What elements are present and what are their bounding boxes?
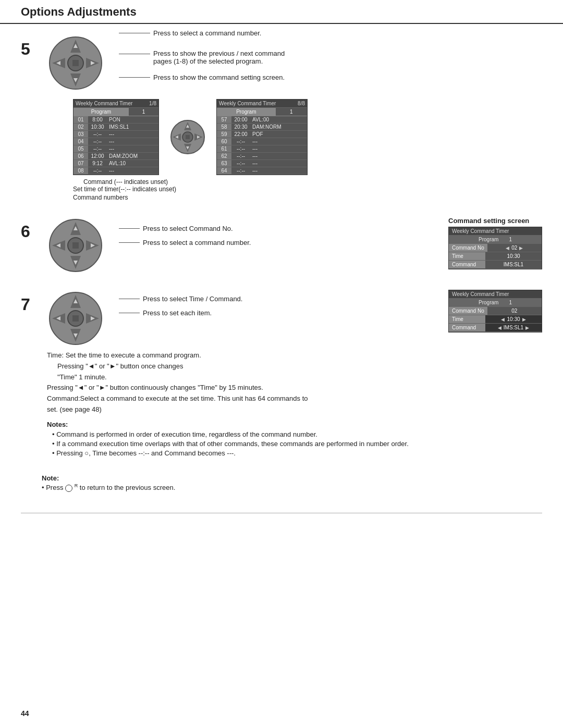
page-header: Options Adjustments <box>0 0 563 24</box>
annotation-line-connector-2 <box>119 54 150 54</box>
section6-annotations: Press to select Command No. Press to sel… <box>119 217 251 246</box>
cmd-program-row-7: Program 1 <box>449 299 542 307</box>
bottom-label-1: Command (--- indicates unset) <box>83 178 542 186</box>
section7-text-block: Time: Set the time to execute a command … <box>47 350 433 415</box>
section-7-number: 7 <box>21 295 42 459</box>
wct-title-bar-2: Weekly Command Timer 8/8 <box>217 100 307 108</box>
section-7-body: Press to select Time / Command. Press to… <box>47 290 542 459</box>
section7-left: Press to select Time / Command. Press to… <box>47 290 433 459</box>
cmd-program-row-6: Program 1 <box>449 236 542 244</box>
section7-top: Press to select Time / Command. Press to… <box>47 290 433 347</box>
annotation-text-2: Press to show the previous / next comman… <box>153 50 285 65</box>
note-return-text: to return to the previous screen. <box>80 484 176 491</box>
cmd-title-bar-6: Weekly Command Timer <box>449 227 542 236</box>
section-5-body: Press to select a command number. Press … <box>47 34 542 201</box>
wct-header-2: Program 1 <box>217 108 307 116</box>
section6-left: Press to select Command No. Press to sel… <box>47 217 438 274</box>
cmd-title-bar-7: Weekly Command Timer <box>449 290 542 299</box>
cmd-row-time: Time 10:30 <box>449 252 542 261</box>
wct-header-1: Program 1 <box>74 108 158 116</box>
notes-list: Command is performed in order of executi… <box>47 430 433 457</box>
text1: Time: Set the time to execute a command … <box>47 350 433 361</box>
bottom-label-2: Set time of timer(--:-- indicates unset) <box>73 186 542 193</box>
section-5-number: 5 <box>21 40 42 201</box>
section-6: 6 <box>21 217 542 274</box>
section7-screen-area: Weekly Command Timer Program 1 Command N… <box>448 290 542 332</box>
table-row: 62--:----- <box>217 153 307 160</box>
list-item: Command is performed in order of executi… <box>52 430 433 438</box>
table-row: 079:12AVL:10 <box>74 160 158 167</box>
program-num-2: 1 <box>276 108 307 116</box>
cmd-setting-label: Command setting screen <box>448 217 542 225</box>
svg-rect-6 <box>72 60 79 66</box>
annotation-line-connector-3 <box>119 77 150 78</box>
section6-annotation-1: Press to select Command No. <box>119 225 251 232</box>
small-dpad-between <box>169 119 206 155</box>
wct-rows-1: 018:00PON 0210:30IMS:SL1 03--:----- 04--… <box>74 116 158 175</box>
table-row: 64--:----- <box>217 167 307 175</box>
return-button-icon <box>65 485 72 492</box>
table-row: 5922:00POF <box>217 131 307 138</box>
controller-5 <box>47 34 104 92</box>
text3: "Time" 1 minute. <box>57 372 433 383</box>
section6-annotation-2: Press to select a command number. <box>119 239 251 246</box>
table-row: 63--:----- <box>217 160 307 167</box>
wct-screen-2: Weekly Command Timer 8/8 Program 1 5720:… <box>216 99 308 175</box>
annotation-text-3: Press to show the command setting screen… <box>153 73 285 81</box>
program-label-1: Program <box>74 108 129 116</box>
superscript-r: R <box>75 483 78 488</box>
controller-7 <box>47 290 104 347</box>
annotation-text: Press to select a command number. <box>143 239 251 246</box>
section5-screens-row: Weekly Command Timer 1/8 Program 1 018:0… <box>73 99 542 175</box>
section7-ann2: Press to set each item. <box>119 309 242 317</box>
table-row: 0612:00DAM:ZOOM <box>74 153 158 160</box>
page-footer: 44 <box>21 709 29 718</box>
table-row: 08--:----- <box>74 167 158 175</box>
note-text: • Press R to return to the previous scre… <box>42 483 542 492</box>
notes-section: Notes: Command is performed in order of … <box>47 421 433 457</box>
table-row: 5720:00AVL:00 <box>217 116 307 124</box>
notes-title: Notes: <box>47 421 433 428</box>
section-7: 7 <box>21 290 542 459</box>
bottom-label-3: Command numbers <box>73 194 542 201</box>
text5: Command:Select a command to execute at t… <box>47 393 433 404</box>
table-row: 05--:----- <box>74 145 158 153</box>
table-row: 018:00PON <box>74 116 158 124</box>
annotation-line-2: Press to show the previous / next comman… <box>119 50 285 65</box>
ann-line <box>119 228 140 229</box>
section-5: 5 <box>21 34 542 201</box>
section-6-body: Press to select Command No. Press to sel… <box>47 217 542 274</box>
bottom-divider <box>21 513 542 513</box>
annotation-line-connector-1 <box>119 33 150 33</box>
cmd-screen-7: Weekly Command Timer Program 1 Command N… <box>448 290 542 332</box>
page-number: 44 <box>21 709 29 718</box>
section6-top: Press to select Command No. Press to sel… <box>47 217 542 274</box>
table-row: 61--:----- <box>217 145 307 153</box>
annotation-line-3: Press to show the command setting screen… <box>119 73 285 81</box>
text2: Pressing "◄" or "►" button once changes <box>57 361 433 372</box>
list-item: If a command execution time overlaps wit… <box>52 440 433 448</box>
cmd-row-7-time: Time ◀10:30▶ <box>449 315 542 324</box>
section5-bottom-labels: Command (--- indicates unset) Set time o… <box>73 178 542 201</box>
cmd-row-7-commandno: Command No 02 <box>449 307 542 315</box>
wct-screen-1: Weekly Command Timer 1/8 Program 1 018:0… <box>73 99 159 175</box>
section7-main: Press to select Time / Command. Press to… <box>47 290 542 459</box>
program-num-1: 1 <box>129 108 158 116</box>
list-item: Pressing ○, Time becomes --:-- and Comma… <box>52 449 433 457</box>
table-row: 0210:30IMS:SL1 <box>74 124 158 131</box>
table-row: 5820:30DAM:NORM <box>217 124 307 131</box>
section7-ann1: Press to select Time / Command. <box>119 295 242 303</box>
controller-6 <box>47 217 104 274</box>
wct-title-bar-1: Weekly Command Timer 1/8 <box>74 100 158 108</box>
cmd-row-command: Command IMS:SL1 <box>449 261 542 269</box>
section6-screen-area: Command setting screen Weekly Command Ti… <box>448 217 542 269</box>
annotation-line-1: Press to select a command number. <box>119 39 285 46</box>
text4: Pressing "◄" or "►" button continuously … <box>47 382 433 393</box>
page-content: 5 <box>0 29 563 502</box>
text6: set. (see page 48) <box>47 404 433 415</box>
section5-top: Press to select a command number. Press … <box>47 34 542 92</box>
table-row: 03--:----- <box>74 131 158 138</box>
svg-rect-39 <box>72 315 79 322</box>
annotation-text-1: Press to select a command number. <box>153 29 261 37</box>
note-section: Note: • Press R to return to the previou… <box>42 474 542 492</box>
